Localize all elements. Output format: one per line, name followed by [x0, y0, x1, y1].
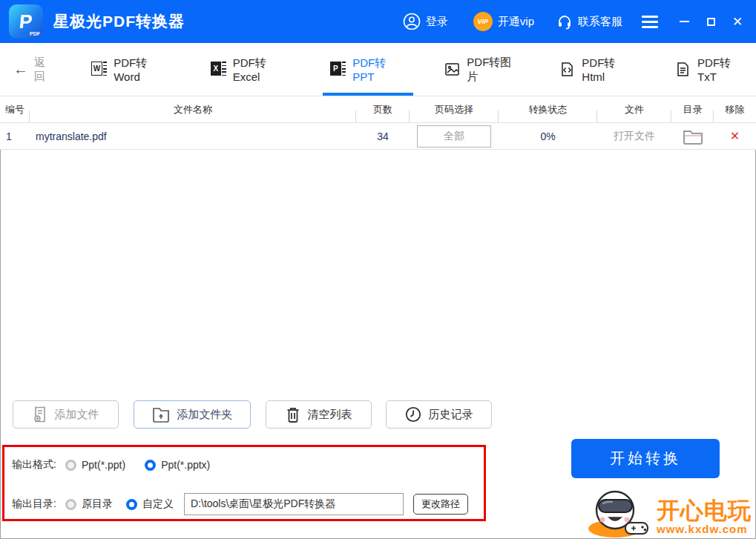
txt-icon [675, 62, 691, 77]
tab-pdf-to-ppt[interactable]: P PDF转PPT [323, 43, 413, 96]
login-button[interactable]: 登录 [403, 13, 448, 30]
excel-icon: X [211, 62, 226, 77]
radio-pptx-label: Ppt(*.pptx) [161, 459, 210, 471]
logo-pdf-label: PDF [30, 31, 40, 36]
login-label: 登录 [426, 15, 448, 29]
open-vip-button[interactable]: VIP 开通vip [473, 12, 534, 31]
watermark-url: www.kxdw.com [657, 523, 748, 535]
output-directory-label: 输出目录: [12, 497, 65, 511]
mascot-icon [582, 489, 657, 538]
file-table-header: 编号 文件名称 页数 页码选择 转换状态 文件 目录 移除 [0, 96, 756, 123]
change-path-button[interactable]: 更改路径 [413, 494, 468, 515]
minimize-button[interactable] [676, 13, 692, 30]
html-icon [559, 62, 575, 77]
output-format-label: 输出格式: [12, 458, 65, 472]
clear-list-button[interactable]: 清空列表 [266, 400, 372, 429]
radio-ppt-dot[interactable] [65, 460, 76, 471]
app-logo-icon: P PDF [9, 4, 43, 39]
clock-icon [405, 406, 421, 423]
radio-original-dir-dot[interactable] [65, 499, 76, 510]
add-folder-button[interactable]: 添加文件夹 [134, 400, 251, 429]
tab-pdf-to-txt[interactable]: PDF转TxT [668, 43, 756, 96]
headset-icon [556, 13, 573, 30]
maximize-button[interactable] [703, 13, 719, 30]
col-file: 文件 [597, 96, 671, 122]
col-status: 转换状态 [499, 96, 597, 122]
output-path-input[interactable] [184, 493, 404, 515]
tab-label: PDF转Word [114, 56, 171, 83]
app-window: P PDF 星极光PDF转换器 登录 VIP 开通vip [0, 0, 756, 539]
tab-label: PDF转图片 [467, 56, 521, 84]
col-filename: 文件名称 [30, 96, 356, 122]
menu-button[interactable] [642, 16, 658, 28]
trash-icon [286, 406, 300, 423]
col-remove: 移除 [714, 96, 756, 122]
radio-pptx[interactable]: Ppt(*.pptx) [145, 459, 210, 471]
add-folder-icon [152, 406, 170, 423]
row-page-select: 全部 [410, 123, 499, 149]
output-settings-panel: 输出格式: Ppt(*.ppt) Ppt(*.pptx) 输出目录: 原目录 自… [2, 445, 486, 521]
clear-list-label: 清空列表 [308, 408, 352, 422]
radio-original-dir[interactable]: 原目录 [65, 497, 113, 511]
title-bar: P PDF 星极光PDF转换器 登录 VIP 开通vip [0, 0, 756, 43]
site-watermark: 开心电玩 www.kxdw.com [582, 489, 752, 538]
row-filename: mytranslate.pdf [30, 123, 356, 149]
radio-pptx-dot[interactable] [145, 460, 156, 471]
word-icon: W [91, 62, 107, 77]
history-label: 历史记录 [429, 408, 473, 422]
window-controls: ✕ [676, 13, 746, 30]
vip-label: 开通vip [498, 15, 534, 29]
open-file-link[interactable]: 打开文件 [614, 130, 655, 143]
service-label: 联系客服 [578, 15, 622, 29]
tab-label: PDF转PPT [352, 56, 406, 83]
back-button[interactable]: ← 返回 [13, 43, 56, 96]
start-convert-button[interactable]: 开始转换 [571, 439, 720, 478]
conversion-tab-bar: ← 返回 W PDF转Word X PDF转Excel P PDF转PPT [0, 43, 756, 96]
add-file-button[interactable]: 添加文件 [13, 400, 119, 429]
radio-ppt[interactable]: Ppt(*.ppt) [65, 459, 125, 471]
output-directory-row: 输出目录: 原目录 自定义 更改路径 [12, 493, 468, 515]
tab-label: PDF转TxT [697, 56, 749, 83]
radio-custom-dir-dot[interactable] [126, 499, 137, 510]
row-pages: 34 [356, 123, 410, 149]
back-arrow-icon: ← [13, 61, 28, 78]
tab-label: PDF转Excel [233, 56, 292, 83]
image-icon [444, 62, 460, 77]
vip-badge-icon: VIP [473, 12, 493, 31]
tab-pdf-to-html[interactable]: PDF转Html [552, 43, 644, 96]
ppt-icon: P [330, 62, 346, 77]
tab-pdf-to-image[interactable]: PDF转图片 [437, 43, 528, 96]
row-number: 1 [0, 123, 30, 149]
row-directory [671, 123, 714, 149]
folder-icon[interactable] [683, 128, 703, 145]
tab-label: PDF转Html [582, 56, 637, 83]
radio-original-dir-label: 原目录 [82, 497, 113, 511]
watermark-text: 开心电玩 www.kxdw.com [657, 499, 752, 538]
radio-ppt-label: Ppt(*.ppt) [82, 459, 125, 471]
row-open: 打开文件 [597, 123, 671, 149]
page-select-button[interactable]: 全部 [417, 125, 491, 148]
radio-custom-dir-label: 自定义 [142, 497, 174, 511]
add-file-icon [33, 406, 47, 423]
history-button[interactable]: 历史记录 [386, 400, 492, 429]
tab-pdf-to-excel[interactable]: X PDF转Excel [203, 43, 300, 96]
remove-file-icon[interactable]: ✕ [730, 129, 740, 143]
row-status: 0% [499, 123, 597, 149]
table-row: 1 mytranslate.pdf 34 全部 0% 打开文件 ✕ [0, 123, 756, 150]
col-number: 编号 [0, 96, 30, 122]
logo-letter: P [19, 10, 34, 33]
user-icon [403, 13, 421, 30]
col-directory: 目录 [671, 96, 714, 122]
back-label: 返回 [34, 56, 56, 84]
add-folder-label: 添加文件夹 [177, 408, 233, 422]
output-format-row: 输出格式: Ppt(*.ppt) Ppt(*.pptx) [12, 454, 229, 475]
tab-pdf-to-word[interactable]: W PDF转Word [84, 43, 179, 96]
add-file-label: 添加文件 [55, 408, 99, 422]
contact-service-button[interactable]: 联系客服 [556, 13, 622, 30]
row-remove: ✕ [714, 123, 756, 149]
watermark-title: 开心电玩 [657, 499, 752, 522]
radio-custom-dir[interactable]: 自定义 [126, 497, 174, 511]
col-page-select: 页码选择 [410, 96, 499, 122]
close-button[interactable]: ✕ [729, 13, 746, 30]
titlebar-right: 登录 VIP 开通vip 联系客服 [403, 12, 756, 31]
